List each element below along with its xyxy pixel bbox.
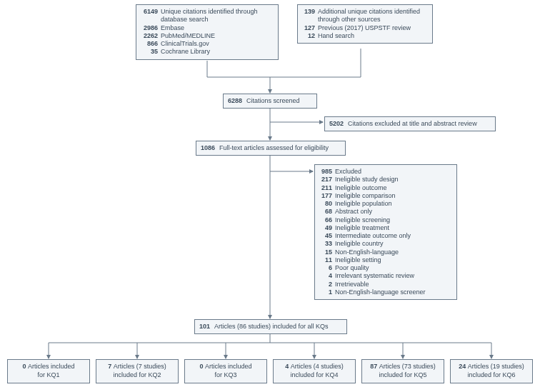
label: Full-text articles assessed for eligibil… — [219, 144, 329, 152]
item-count: 217 — [319, 176, 335, 184]
list-item: 45Intermediate outcome only — [319, 232, 452, 240]
list-item: 1Non-English-language screener — [319, 288, 452, 296]
item-label: Cochrane Library — [161, 48, 274, 56]
box-excluded-title-abstract: 5202 Citations excluded at title and abs… — [324, 116, 496, 131]
list-item: 11Ineligible setting — [319, 256, 452, 264]
box-citations-screened: 6288 Citations screened — [223, 94, 317, 109]
item-count: 177 — [319, 192, 335, 200]
item-count: 1 — [319, 288, 335, 296]
label: Additional unique citations identified t… — [318, 8, 428, 24]
box-kq5: 87 Articles (73 studies)included for KQ5 — [361, 359, 444, 383]
item-label: Embase — [161, 24, 274, 32]
box-kq4: 4 Articles (4 studies)included for KQ4 — [273, 359, 356, 383]
item-label: Ineligible study design — [335, 176, 452, 184]
item-count: 80 — [319, 200, 335, 208]
kq-count: 0 — [22, 363, 28, 370]
item-count: 4 — [319, 272, 335, 280]
list-item: 217Ineligible study design — [319, 176, 452, 184]
kq-line1: 87 Articles (73 studies) — [366, 363, 439, 371]
item-label: Ineligible country — [335, 240, 452, 248]
excluded-items: 217Ineligible study design211Ineligible … — [319, 176, 452, 296]
list-item: 66Ineligible screening — [319, 216, 452, 224]
count: 985 — [319, 168, 335, 176]
list-item: 80Ineligible population — [319, 200, 452, 208]
item-label: Abstract only — [335, 208, 452, 216]
item-label: Ineligible outcome — [335, 184, 452, 192]
box-excluded-reasons: 985 Excluded 217Ineligible study design2… — [314, 164, 457, 300]
kq-line2: included for KQ5 — [366, 371, 439, 379]
label: Articles (86 studies) included for all K… — [214, 323, 329, 331]
count: 101 — [199, 323, 214, 331]
list-item: 33Ineligible country — [319, 240, 452, 248]
item-label: Previous (2017) USPSTF review — [318, 24, 428, 32]
count: 6149 — [141, 8, 161, 24]
label: Unique citations identified through data… — [161, 8, 274, 24]
count: 1086 — [201, 144, 219, 152]
label: Citations excluded at title and abstract… — [348, 120, 477, 128]
item-label: Non-English-language — [335, 248, 452, 256]
kq-line2: for KQ3 — [189, 371, 262, 379]
item-label: Irretrievable — [335, 281, 452, 288]
count: 139 — [302, 8, 318, 24]
box-other-sources: 139 Additional unique citations identifi… — [297, 4, 433, 44]
item-count: 2986 — [141, 24, 161, 32]
box-database-search: 6149 Unique citations identified through… — [136, 4, 279, 60]
item-label: Poor quality — [335, 264, 452, 272]
kq-line1: 24 Articles (19 studies) — [455, 363, 528, 371]
kq-count: 4 — [285, 363, 291, 370]
item-label: Irrelevant systematic review — [335, 272, 452, 280]
list-item: 15Non-English-language — [319, 248, 452, 256]
kq-line2: included for KQ2 — [101, 371, 174, 379]
other-items: 127Previous (2017) USPSTF review12Hand s… — [302, 24, 428, 41]
list-item: 68Abstract only — [319, 208, 452, 216]
box-kq6: 24 Articles (19 studies)included for KQ6 — [450, 359, 533, 383]
item-count: 66 — [319, 216, 335, 224]
kq-line1: 0 Articles included — [12, 363, 85, 371]
list-item: 12Hand search — [302, 32, 428, 40]
kq-line1: 0 Articles included — [189, 363, 262, 371]
item-label: Ineligible screening — [335, 216, 452, 224]
kq-count: 87 — [370, 363, 379, 370]
item-count: 6 — [319, 264, 335, 272]
box-kq1: 0 Articles includedfor KQ1 — [7, 359, 90, 383]
list-item: 127Previous (2017) USPSTF review — [302, 24, 428, 32]
kq-line2: included for KQ6 — [455, 371, 528, 379]
item-label: Intermediate outcome only — [335, 232, 452, 240]
box-kq3: 0 Articles includedfor KQ3 — [184, 359, 267, 383]
item-count: 211 — [319, 184, 335, 192]
item-count: 2262 — [141, 32, 161, 40]
box-fulltext-assessed: 1086 Full-text articles assessed for eli… — [196, 141, 346, 156]
item-label: Non-English-language screener — [335, 288, 452, 296]
item-count: 33 — [319, 240, 335, 248]
item-label: Ineligible comparison — [335, 192, 452, 200]
item-count: 68 — [319, 208, 335, 216]
box-included-all-kqs: 101 Articles (86 studies) included for a… — [194, 319, 347, 334]
item-label: Ineligible treatment — [335, 224, 452, 232]
list-item: 4Irrelevant systematic review — [319, 272, 452, 280]
kq-line2: for KQ1 — [12, 371, 85, 379]
list-item: 49Ineligible treatment — [319, 224, 452, 232]
item-label: Ineligible population — [335, 200, 452, 208]
item-label: Hand search — [318, 32, 428, 40]
count: 6288 — [228, 97, 246, 105]
item-count: 866 — [141, 40, 161, 48]
db-items: 2986Embase2262PubMed/MEDLINE866ClinicalT… — [141, 24, 274, 56]
list-item: 35Cochrane Library — [141, 48, 274, 56]
item-count: 2 — [319, 281, 335, 288]
list-item: 211Ineligible outcome — [319, 184, 452, 192]
item-count: 12 — [302, 32, 318, 40]
item-count: 127 — [302, 24, 318, 32]
list-item: 2Irretrievable — [319, 281, 452, 288]
kq-line2: included for KQ4 — [278, 371, 351, 379]
item-label: PubMed/MEDLINE — [161, 32, 274, 40]
kq-line1: 4 Articles (4 studies) — [278, 363, 351, 371]
item-count: 35 — [141, 48, 161, 56]
item-count: 45 — [319, 232, 335, 240]
kq-count: 0 — [199, 363, 205, 370]
kq-count: 7 — [108, 363, 114, 370]
kq-line1: 7 Articles (7 studies) — [101, 363, 174, 371]
list-item: 866ClinicalTrials.gov — [141, 40, 274, 48]
count: 5202 — [329, 120, 348, 128]
kq-count: 24 — [459, 363, 468, 370]
label: Excluded — [335, 168, 452, 176]
